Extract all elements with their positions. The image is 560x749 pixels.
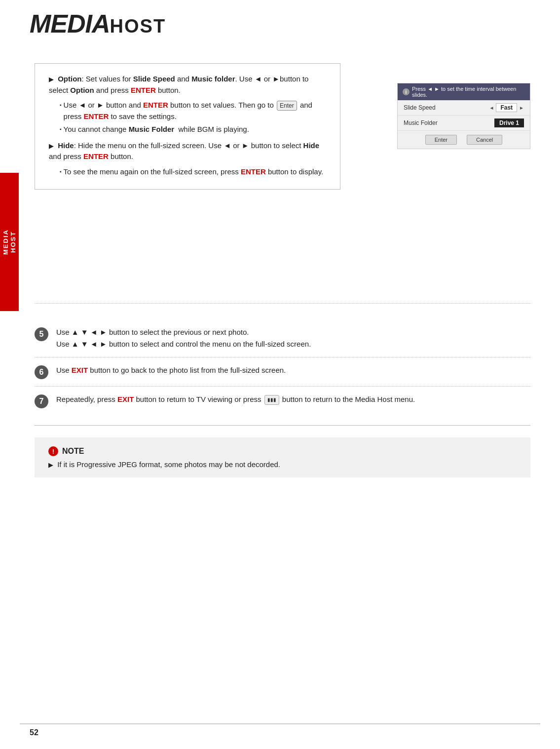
step-7-content: Repeatedly, press EXIT button to return … xyxy=(56,394,530,405)
step-7-number: 7 xyxy=(35,394,48,408)
page-header: MEDIAHOST xyxy=(0,0,560,39)
note-bullet-arrow: ▶ xyxy=(48,461,53,469)
enter-red-option: ENTER xyxy=(131,86,156,94)
info-box: ▶ Option: Set values for Slide Speed and… xyxy=(35,63,340,190)
separator-1 xyxy=(35,303,530,304)
note-text: ▶ If it is Progressive JPEG format, some… xyxy=(48,460,517,469)
sub-sq-1: ▪ xyxy=(60,101,62,122)
enter-red-3: ENTER xyxy=(241,167,266,176)
sidebar-label: MEDIA HOST xyxy=(0,173,19,311)
page-number: 52 xyxy=(30,728,38,737)
slide-speed-value: ◄ Fast ► xyxy=(489,103,524,112)
enter-red-hide: ENTER xyxy=(83,152,109,160)
info-icon: i xyxy=(403,88,410,95)
sub-sq-2: ▪ xyxy=(60,125,62,135)
step-5-line1: Use ▲ ▼ ◄ ► button to select the previou… xyxy=(56,326,530,338)
option-keyword: Option xyxy=(58,75,81,83)
arrow-left-slide: ◄ xyxy=(489,105,494,111)
bullet-arrow-hide: ▶ xyxy=(49,142,54,150)
ui-panel-row-slide-speed: Slide Speed ◄ Fast ► xyxy=(398,100,530,116)
music-folder-text: Drive 1 xyxy=(494,118,524,127)
arrow-right-slide: ► xyxy=(519,105,524,111)
ui-panel: i Press ◄ ► to set the time interval bet… xyxy=(397,83,530,149)
step-5-row: 5 Use ▲ ▼ ◄ ► button to select the previ… xyxy=(35,319,530,357)
enter-box-1: Enter xyxy=(277,101,297,111)
exit-red-6: EXIT xyxy=(72,366,88,374)
enter-red-1: ENTER xyxy=(143,101,168,109)
note-content: If it is Progressive JPEG format, some p… xyxy=(57,460,280,469)
hide-keyword: Hide xyxy=(58,141,74,150)
note-header: ! NOTE xyxy=(48,446,517,456)
step-5-line2: Use ▲ ▼ ◄ ► button to select and control… xyxy=(56,338,530,350)
ui-cancel-button[interactable]: Cancel xyxy=(467,135,502,145)
step-5-content: Use ▲ ▼ ◄ ► button to select the previou… xyxy=(56,326,530,350)
option-bullet: ▶ Option: Set values for Slide Speed and… xyxy=(49,74,326,96)
separator-2 xyxy=(35,425,530,426)
sub-bullet-3: ▪ To see the menu again on the full-size… xyxy=(60,166,326,178)
hide-bullet: ▶ Hide: Hide the menu on the full-sized … xyxy=(49,140,326,162)
note-title: NOTE xyxy=(62,447,84,456)
music-folder-label: Music Folder xyxy=(404,119,494,126)
ui-enter-button[interactable]: Enter xyxy=(425,135,457,145)
ui-panel-info-text: Press ◄ ► to set the time interval betwe… xyxy=(412,86,525,98)
slide-speed-text: Fast xyxy=(496,103,517,112)
step-7-line1: Repeatedly, press EXIT button to return … xyxy=(56,394,530,405)
step-5-number: 5 xyxy=(35,327,48,341)
sub-sq-3: ▪ xyxy=(60,168,62,178)
mediahost-badge: ▮▮▮ xyxy=(264,395,279,405)
note-box: ! NOTE ▶ If it is Progressive JPEG forma… xyxy=(35,437,530,477)
sub-bullet-2: ▪ You cannot change Music Folder while B… xyxy=(60,124,326,135)
steps-section: 5 Use ▲ ▼ ◄ ► button to select the previ… xyxy=(35,313,530,420)
enter-red-2: ENTER xyxy=(83,112,109,120)
step-7-row: 7 Repeatedly, press EXIT button to retur… xyxy=(35,387,530,415)
step-6-line1: Use EXIT button to go back to the photo … xyxy=(56,364,530,376)
ui-panel-row-music-folder: Music Folder Drive 1 xyxy=(398,116,530,131)
note-icon: ! xyxy=(48,446,58,456)
main-content: ▶ Option: Set values for Slide Speed and… xyxy=(0,39,560,487)
bullet-arrow-option: ▶ xyxy=(49,76,54,83)
step-6-content: Use EXIT button to go back to the photo … xyxy=(56,364,530,376)
exit-red-7: EXIT xyxy=(117,395,134,403)
music-folder-value: Drive 1 xyxy=(494,118,524,127)
step-6-number: 6 xyxy=(35,365,48,379)
sub-bullet-1: ▪ Use ◄ or ► button and ENTER button to … xyxy=(60,100,326,122)
page-title: MEDIAHOST xyxy=(30,9,530,39)
footer-line xyxy=(20,723,540,724)
slide-speed-label: Slide Speed xyxy=(404,104,489,111)
step-6-row: 6 Use EXIT button to go back to the phot… xyxy=(35,357,530,387)
ui-panel-info-bar: i Press ◄ ► to set the time interval bet… xyxy=(398,83,530,100)
ui-panel-buttons: Enter Cancel xyxy=(398,131,530,149)
